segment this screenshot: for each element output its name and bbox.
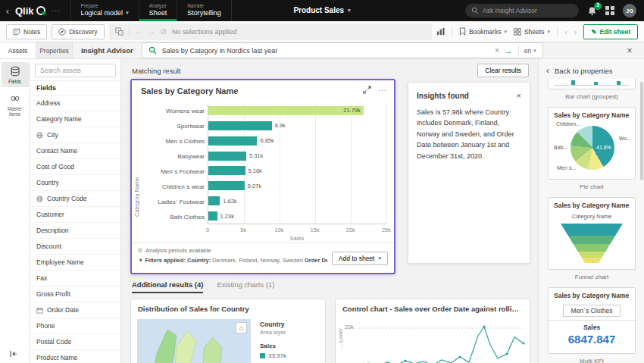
multi-kpi-preview-card[interactable]: Sales by Category Name Men´s Clothes Sal… [548,287,636,354]
field-item[interactable]: City [30,127,120,143]
nav-narrate[interactable]: Narrate Storytelling [177,0,232,21]
add-to-sheet-button[interactable]: Add to sheet ▾ [332,252,388,265]
bar[interactable] [208,166,245,175]
map-result-card[interactable]: Distribution of Sales for Country ⌂ Coun… [130,299,326,363]
field-item[interactable]: Product Name [30,350,120,363]
back-chevron-icon[interactable]: ‹ [0,5,15,17]
search-assets-field[interactable] [35,64,116,77]
user-avatar[interactable]: JG [623,4,636,17]
bar[interactable] [208,196,220,205]
assets-rail: Fields Master items [0,59,30,363]
matching-result-chart-card[interactable]: Sales by Category Name ··· Category Name… [130,79,395,274]
field-item[interactable]: Discount [30,239,120,255]
control-chart-result-card[interactable]: Control chart - Sales over Order Date ag… [335,299,530,363]
tab-additional-results[interactable]: Additional results (4) [132,280,203,293]
field-item[interactable]: Employee Name [30,255,120,271]
bar-chart-preview-card[interactable] [548,79,636,89]
query-input[interactable] [162,47,489,55]
discovery-button[interactable]: Discovery [52,24,104,39]
globe-icon [36,196,43,202]
field-item[interactable]: Address [30,95,120,111]
x-tick-label: 25k [382,227,391,233]
field-item[interactable]: Postal Code [30,334,120,350]
map-chart [137,319,251,363]
edit-sheet-button[interactable]: ✎ Edit sheet [583,24,638,39]
bar-row: 1.62k [208,193,386,208]
selections-tool-icon[interactable] [115,27,123,36]
tab-properties[interactable]: Properties [36,42,73,58]
ask-insight-advisor-input[interactable] [483,7,570,14]
search-assets-input[interactable] [40,67,111,74]
chart-columns-icon[interactable] [436,27,445,36]
results-header: Matching result Clear results [132,64,529,77]
selections-bar[interactable]: ← → ⊘ No selections applied [109,23,432,40]
divider [557,27,558,37]
bookmarks-menu[interactable]: Bookmarks ▾ [459,27,507,36]
chart-menu-icon[interactable]: ··· [378,86,387,94]
notes-button[interactable]: Notes [6,24,47,39]
close-insights-icon[interactable]: × [517,91,521,100]
notifications-bell-icon[interactable]: 3 [587,6,597,16]
bar[interactable]: 21.79k [208,106,364,115]
bar[interactable] [208,181,245,190]
field-item[interactable]: Phone [30,318,120,334]
field-item[interactable]: Gross Profit [30,286,120,302]
step-back-icon[interactable]: ← [135,27,142,36]
bar[interactable] [208,121,272,130]
clear-selections-icon[interactable]: ⊘ [161,27,167,36]
rail-item-master-items[interactable]: Master items [2,89,29,120]
pie-chart-preview-card[interactable]: Sales by Category Name Children... Wo...… [548,107,636,180]
apps-grid-icon[interactable] [605,6,614,15]
collapse-panel-icon[interactable] [9,349,18,358]
clear-results-button[interactable]: Clear results [477,64,529,77]
bar-row: 1.23k [208,208,386,224]
field-item[interactable]: Category Name [30,111,120,127]
rail-item-fields[interactable]: Fields [2,62,29,87]
field-item[interactable]: Fax [30,271,120,286]
field-item[interactable]: Customer [30,207,120,223]
bar-value-label: 1.23k [220,213,234,220]
funnel-chart [561,224,623,263]
field-item[interactable]: Description [30,223,120,239]
field-item[interactable]: Contact Name [30,143,120,159]
field-item[interactable]: Country Code [30,191,120,207]
map-home-icon[interactable]: ⌂ [236,322,247,333]
step-forward-icon[interactable]: → [148,27,155,36]
close-insight-advisor-icon[interactable]: × [615,42,644,58]
submit-query-icon[interactable]: → [505,46,513,55]
funnel-chart-preview-card[interactable]: Sales by Category Name Category Name [548,197,636,270]
query-search-field[interactable]: × → en ▾ [142,42,543,58]
field-item[interactable]: Country [30,175,120,191]
legend-layer: Area layer [260,329,286,336]
nav-analyze[interactable]: Analyze Sheet [139,0,177,21]
tab-assets[interactable]: Assets [0,42,36,58]
language-selector[interactable]: en ▾ [524,47,536,55]
sheets-label: Sheets [524,28,544,36]
field-item[interactable]: Order Date [30,302,120,318]
bar[interactable] [208,152,246,161]
edit-sheet-label: Edit sheet [599,28,630,36]
clear-query-icon[interactable]: × [495,46,499,55]
bar[interactable] [208,211,217,221]
sheets-menu[interactable]: Sheets ▾ [514,28,550,36]
tab-existing-charts[interactable]: Existing charts (1) [217,280,274,293]
field-item[interactable]: Cost of Good [30,159,120,175]
global-menu-icon[interactable]: ··· [52,7,61,15]
app-title-menu[interactable]: Product Sales ▾ [293,6,350,14]
bar[interactable] [208,136,257,146]
notes-label: Notes [23,28,40,36]
next-sheet-icon[interactable]: › [574,27,577,36]
bar-category-label: Bath Clothes [142,209,205,224]
sheet-toolbar: Notes Discovery ← → ⊘ No selections appl… [0,21,644,42]
previous-sheet-icon[interactable]: ‹ [564,27,567,36]
insight-advisor-bar: Assets Properties Insight Advisor × → en… [0,42,644,59]
topbar-right: 3 JG [465,4,644,17]
chevron-down-icon: ▾ [348,8,351,14]
field-label: Country [36,179,59,186]
insight-advisor-search[interactable] [465,4,579,17]
scrollbar[interactable] [640,82,643,180]
nav-prepare[interactable]: Prepare Logical model▾ [70,0,139,21]
preview-title: Sales by Category Name [549,198,635,211]
expand-chart-icon[interactable] [363,86,371,94]
x-tick-label: 0 [206,227,209,233]
